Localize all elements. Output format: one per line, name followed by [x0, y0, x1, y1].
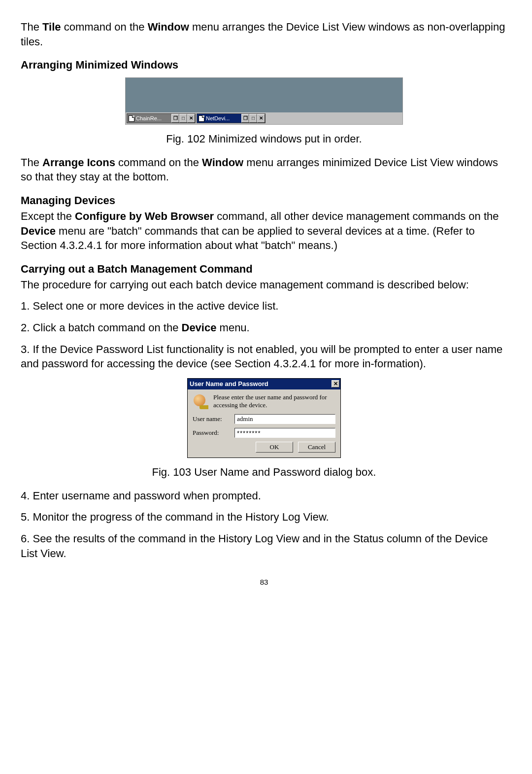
password-label: Password: [193, 428, 234, 437]
document-icon [199, 115, 204, 122]
close-icon[interactable]: ✕ [257, 114, 265, 123]
username-label: User name: [193, 415, 234, 423]
username-input[interactable] [234, 414, 335, 424]
keys-icon [193, 393, 208, 409]
step-3: 3. If the Device Password List functiona… [21, 342, 507, 371]
cancel-button[interactable]: Cancel [298, 442, 335, 453]
fig102-mdi-area [126, 78, 402, 112]
step-1: 1. Select one or more devices in the act… [21, 299, 507, 314]
step-5: 5. Monitor the progress of the command i… [21, 510, 507, 525]
minimized-window-2-title: NetDevi... [206, 115, 230, 122]
ok-button[interactable]: OK [256, 442, 293, 453]
password-input[interactable] [234, 428, 335, 438]
paragraph-arrange-icons: The Arrange Icons command on the Window … [21, 155, 507, 184]
step-2: 2. Click a batch command on the Device m… [21, 320, 507, 335]
heading-batch-command: Carrying out a Batch Management Command [21, 262, 507, 277]
minimized-window-1-title: ChainRe... [136, 115, 162, 122]
restore-icon[interactable]: ❐ [241, 114, 249, 123]
step-6: 6. See the results of the command in the… [21, 531, 507, 561]
figure-103-caption: Fig. 103 User Name and Password dialog b… [21, 465, 507, 480]
paragraph-batch-intro: The procedure for carrying out each batc… [21, 278, 507, 292]
document-icon [129, 115, 134, 122]
restore-icon[interactable]: ❐ [171, 114, 179, 123]
heading-managing-devices: Managing Devices [21, 193, 507, 208]
figure-102-caption: Fig. 102 Minimized windows put in order. [21, 132, 507, 146]
close-icon[interactable]: ✕ [332, 380, 339, 387]
fig102-taskbar: ChainRe... ❐ □ ✕ NetDevi... ❐ □ ✕ [126, 112, 402, 124]
close-icon[interactable]: ✕ [187, 114, 195, 123]
minimized-window-2[interactable]: NetDevi... ❐ □ ✕ [197, 113, 266, 123]
maximize-icon[interactable]: □ [179, 114, 187, 123]
heading-arranging-minimized: Arranging Minimized Windows [21, 58, 507, 72]
page-number: 83 [21, 577, 507, 587]
paragraph-tile: The Tile command on the Window menu arra… [21, 20, 507, 49]
figure-102: ChainRe... ❐ □ ✕ NetDevi... ❐ □ ✕ [125, 77, 403, 125]
dialog-title: User Name and Password [190, 380, 268, 388]
paragraph-managing-devices: Except the Configure by Web Browser comm… [21, 209, 507, 253]
minimized-window-1[interactable]: ChainRe... ❐ □ ✕ [127, 113, 196, 123]
figure-103-dialog: User Name and Password ✕ Please enter th… [187, 378, 341, 458]
dialog-message: Please enter the user name and password … [213, 393, 335, 410]
dialog-titlebar[interactable]: User Name and Password ✕ [188, 379, 340, 389]
maximize-icon[interactable]: □ [249, 114, 257, 123]
step-4: 4. Enter username and password when prom… [21, 489, 507, 503]
